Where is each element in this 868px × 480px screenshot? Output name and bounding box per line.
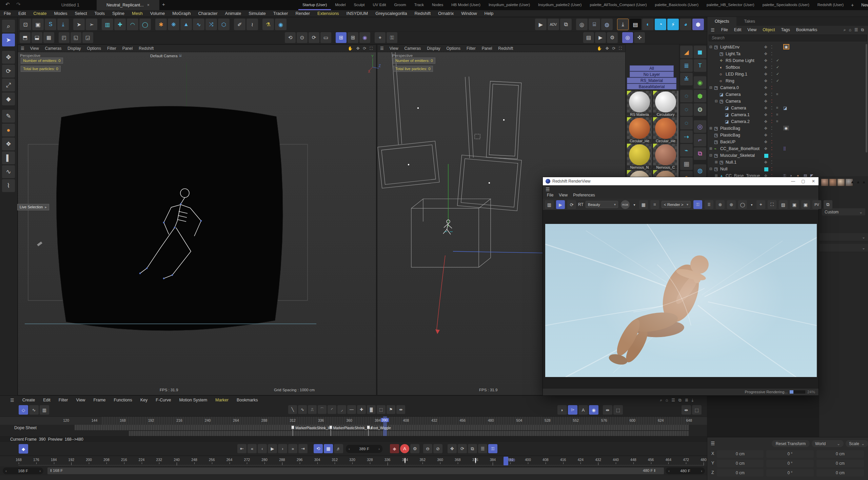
enabled-check-icon[interactable]: ✓ xyxy=(776,65,779,69)
texture-mode-icon[interactable]: ⬓ xyxy=(32,32,42,43)
palette-b8-icon[interactable]: ⧉ xyxy=(694,147,706,160)
om-row[interactable]: ◪Camera❖⁚⌗ xyxy=(707,91,868,98)
sort-asc-icon[interactable]: ▲ xyxy=(862,180,866,184)
dope-menu-functions[interactable]: Functions xyxy=(110,398,136,402)
key-scale-toggle[interactable]: ⧉ xyxy=(468,444,477,453)
brush-tool-icon[interactable]: ▌ xyxy=(2,151,15,164)
circle-icon[interactable]: ◯ xyxy=(139,19,151,30)
viewport-menu-panel[interactable]: Panel xyxy=(119,46,136,51)
dope-menu-create[interactable]: Create xyxy=(18,398,39,402)
next-frame-button[interactable]: › xyxy=(278,444,287,453)
dope-clip-mode-icon[interactable]: ▥ xyxy=(40,405,49,415)
coord-system-select[interactable]: World⌄ xyxy=(812,440,844,447)
dope-hamburger-icon[interactable]: ☰ xyxy=(0,398,18,403)
coord-pos-y[interactable]: 0 cm xyxy=(717,460,764,467)
attr-collapsed-row[interactable]: ⌄ xyxy=(819,233,868,241)
viewport-menu-cameras[interactable]: Cameras xyxy=(401,46,424,51)
visibility-dots[interactable]: ⁚ xyxy=(771,44,773,49)
coord-pos-z[interactable]: 0 cm xyxy=(717,469,764,477)
layer-filter-all[interactable]: All xyxy=(630,65,674,71)
om-popout-icon[interactable]: ⧉ xyxy=(861,27,864,32)
layer-icon[interactable]: ❖ xyxy=(764,65,768,70)
rv-lock-button[interactable]: ⚿ xyxy=(693,200,702,209)
range-start-next[interactable]: › xyxy=(39,469,41,473)
texture-mini-thumb[interactable] xyxy=(829,179,836,186)
sculpt-icon[interactable]: ≀ xyxy=(246,19,258,30)
layout-tab[interactable]: palette_Basictools (User) xyxy=(651,0,703,10)
rsw-hamburger-icon[interactable]: ☰ xyxy=(546,187,550,192)
viewport-menu-display[interactable]: Display xyxy=(64,46,84,51)
rv-dither-icon[interactable]: ▦ xyxy=(639,200,648,209)
array-icon[interactable]: ▥ xyxy=(102,19,113,30)
viewport-menu-cameras[interactable]: Cameras xyxy=(42,46,65,51)
tangent-soft-icon[interactable]: ⌒ xyxy=(318,405,327,414)
om-row[interactable]: ⊟◳Muscular_Skeletal⁚ xyxy=(707,152,868,159)
coord-rot-z[interactable]: 0 ° xyxy=(766,469,814,477)
menu-character[interactable]: Character xyxy=(194,11,221,16)
palette-text-icon[interactable]: T xyxy=(694,59,706,72)
render-preview-toggle[interactable]: ▦ xyxy=(324,444,333,453)
toggle-panel-icon[interactable]: ⛶ xyxy=(370,46,373,51)
layout-tab[interactable]: Track xyxy=(410,0,428,10)
menu-mograph[interactable]: MoGraph xyxy=(169,11,194,16)
layout-tab[interactable]: Startup (User) xyxy=(298,0,331,10)
rv-channel-dropdown[interactable]: ▾ xyxy=(632,200,637,209)
layer-icon[interactable]: ❖ xyxy=(764,133,768,138)
sketch-icon[interactable]: S xyxy=(45,19,56,30)
layer-icon[interactable]: ❖ xyxy=(764,112,768,117)
rv-region-icon[interactable]: ◯ xyxy=(738,200,747,209)
frame-field-prev[interactable]: ‹ xyxy=(349,447,350,451)
visibility-dots[interactable]: ⁚ xyxy=(771,153,773,158)
viewport-menu-view[interactable]: View xyxy=(387,46,401,51)
camera-button[interactable]: ⌸ xyxy=(589,19,600,30)
visibility-dots[interactable]: ⁚ xyxy=(771,65,773,70)
material-thumbnail[interactable]: Circular_He xyxy=(653,117,678,143)
menu-window[interactable]: Window xyxy=(457,11,480,16)
menu-edit[interactable]: Edit xyxy=(15,11,29,16)
om-row[interactable]: ⊟◳Camera.0❖⁚ xyxy=(707,85,868,91)
layer-icon[interactable]: ❖ xyxy=(764,92,768,97)
light-button[interactable]: ◎ xyxy=(576,19,588,30)
layer-icon[interactable]: ❖ xyxy=(764,99,768,104)
selection-alt-icon[interactable]: ➣ xyxy=(86,19,97,30)
pan-view-icon[interactable]: ✋ xyxy=(597,46,602,51)
dope-menu-edit[interactable]: Edit xyxy=(39,398,55,402)
layout-tab[interactable]: Insydium_palette2 (User) xyxy=(534,0,586,10)
document-tab[interactable]: Neutral_Replicant...× xyxy=(97,0,159,10)
viewport-left[interactable]: ☰ViewCamerasDisplayOptionsFilterPanelRed… xyxy=(18,44,376,395)
om-row[interactable]: ◪Camera❖⁚⌗◪ xyxy=(707,105,868,112)
snap-grid-icon[interactable]: ⊞ xyxy=(336,32,347,43)
dope-fcurve-mode-icon[interactable]: ∿ xyxy=(29,405,39,415)
film-settings-icon[interactable]: ⚙ xyxy=(607,32,618,43)
layer-icon[interactable]: ❖ xyxy=(764,106,768,110)
visibility-dots[interactable]: ⁚ xyxy=(771,112,773,117)
menu-redshift[interactable]: Redshift xyxy=(411,11,434,16)
play-button[interactable]: ▶ xyxy=(268,444,277,453)
viewport-menu-filter[interactable]: Filter xyxy=(104,46,119,51)
sound-toggle[interactable]: ♬ xyxy=(334,444,343,453)
palette-b6-icon[interactable]: ◎ xyxy=(694,120,706,133)
dolly-view-icon[interactable]: ✥ xyxy=(605,46,609,51)
rsw-menu-view[interactable]: View xyxy=(556,193,570,197)
rs-material-button[interactable]: ◐ xyxy=(642,19,654,30)
insydium-a3-icon[interactable]: ≚ xyxy=(680,73,693,85)
dope-menu-key[interactable]: Key xyxy=(136,398,152,402)
visibility-dots[interactable]: ⁚ xyxy=(771,126,773,131)
dope-filter-icon[interactable]: ☰ xyxy=(671,398,675,402)
pan-timeline-icon[interactable]: ⇹ xyxy=(603,405,612,415)
om-row[interactable]: ◪Camera.1❖⁚⌗ xyxy=(707,112,868,119)
edges-mode-icon[interactable]: ◱ xyxy=(71,32,81,43)
record-keyframe-button[interactable]: ◆ xyxy=(390,444,399,453)
coord-scl-x[interactable]: 0 cm xyxy=(816,450,864,458)
rs-light-button[interactable]: ⚡ xyxy=(667,19,679,30)
toggle-panel-icon[interactable]: ⛶ xyxy=(619,46,622,51)
goto-end-button[interactable]: ⇥ xyxy=(298,444,308,453)
rv-restart-button[interactable]: ⟳ xyxy=(567,200,576,209)
visibility-dots[interactable]: ⁚ xyxy=(771,71,773,77)
ease-in-icon[interactable]: ◜ xyxy=(328,405,336,414)
rs-mesh-button[interactable]: ◕ xyxy=(680,19,691,30)
redshift-renderview-window[interactable]: Redshift RenderView — ▢ ✕ ☰ FileViewPref… xyxy=(542,177,819,395)
close-button[interactable]: ✕ xyxy=(808,179,818,184)
clone-tool-icon[interactable]: ❖ xyxy=(2,138,15,150)
insydium-a4-icon[interactable]: ◌ xyxy=(680,90,693,102)
